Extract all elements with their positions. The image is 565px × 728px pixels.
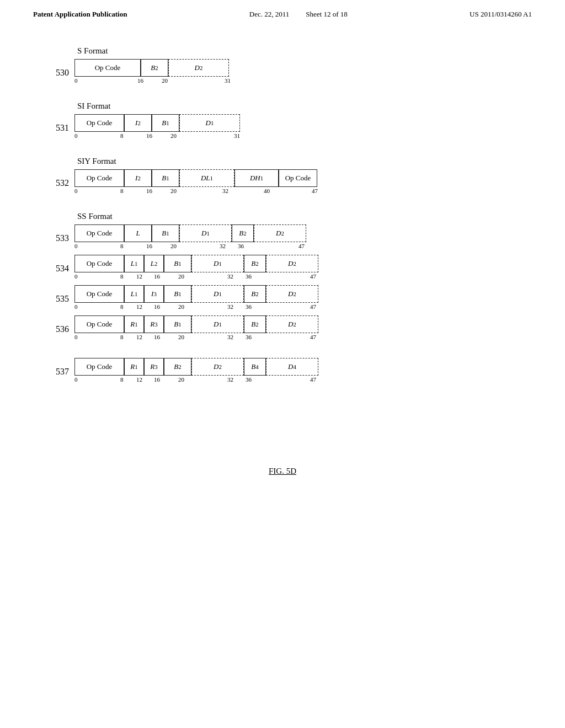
- numbers-530: 0 16 20 31: [74, 77, 229, 86]
- boxes-537: Op Code R1 R3 B2 D2 B4 D4: [74, 358, 318, 376]
- l2-box: L2: [144, 255, 164, 272]
- num-47: 47: [310, 303, 316, 310]
- si-format-title: SI Format: [77, 101, 521, 111]
- d2-box: D2: [168, 59, 229, 77]
- num-20: 20: [178, 273, 184, 280]
- num-32: 32: [220, 243, 226, 249]
- num-32: 32: [227, 334, 233, 340]
- i3-box: I3: [144, 285, 164, 303]
- num-16: 16: [146, 132, 152, 139]
- row-537: 537 Op Code R1 R3 B2 D2 B4 D4 0 8 12 16 …: [44, 358, 521, 385]
- num-12: 12: [136, 303, 142, 310]
- diagram-530: Op Code B2 D2 0 16 20 31: [74, 59, 229, 86]
- num-12: 12: [136, 334, 142, 340]
- num-36: 36: [246, 303, 252, 310]
- d1-box: D1: [191, 255, 244, 272]
- boxes-531: Op Code I2 B1 D1: [74, 114, 240, 132]
- num-20: 20: [170, 132, 177, 139]
- label-533: 533: [44, 233, 74, 243]
- siy-format-section: SIY Format 532 Op Code I2 B1 DL1 DH1 Op …: [44, 157, 521, 196]
- num-0: 0: [74, 273, 78, 280]
- diagram-537: Op Code R1 R3 B2 D2 B4 D4 0 8 12 16 20 3…: [74, 358, 318, 385]
- siy-format-title: SIY Format: [77, 157, 521, 166]
- num-20: 20: [178, 376, 184, 383]
- row-532: 532 Op Code I2 B1 DL1 DH1 Op Code 0 8 16…: [44, 169, 521, 196]
- s-format-section: S Format 530 Op Code B2 D2 0 16 20 31: [44, 46, 521, 86]
- label-530: 530: [44, 68, 74, 78]
- num-0: 0: [74, 188, 78, 194]
- num-20: 20: [170, 243, 177, 249]
- opcode2-box: Op Code: [279, 169, 317, 187]
- num-8: 8: [120, 334, 124, 340]
- diagram-536: Op Code R1 R3 B1 D1 B2 D2 0 8 12 16 20 3…: [74, 315, 318, 342]
- num-47: 47: [312, 188, 318, 194]
- num-20: 20: [162, 77, 168, 84]
- l1-box: L1: [124, 285, 144, 303]
- row-533: 533 Op Code L B1 D1 B2 D2 0 8 16 20 32 3…: [44, 224, 521, 251]
- num-16: 16: [154, 334, 160, 340]
- row-534: 534 Op Code L1 L2 B1 D1 B2 D2 0 8 12 16 …: [44, 255, 521, 282]
- figure-caption: FIG. 5D: [0, 467, 565, 476]
- boxes-530: Op Code B2 D2: [74, 59, 229, 77]
- numbers-534: 0 8 12 16 20 32 36 47: [74, 273, 318, 282]
- main-content: S Format 530 Op Code B2 D2 0 16 20 31 SI…: [0, 24, 565, 422]
- label-535: 535: [44, 294, 74, 304]
- num-16: 16: [137, 77, 143, 84]
- num-31: 31: [234, 132, 240, 139]
- num-0: 0: [74, 77, 78, 84]
- d1-box: D1: [179, 224, 232, 242]
- diagram-532: Op Code I2 B1 DL1 DH1 Op Code 0 8 16 20 …: [74, 169, 317, 196]
- num-36: 36: [238, 243, 244, 249]
- num-16: 16: [154, 273, 160, 280]
- boxes-533: Op Code L B1 D1 B2 D2: [74, 224, 306, 242]
- d2-box: D2: [266, 315, 318, 333]
- diagram-534: Op Code L1 L2 B1 D1 B2 D2 0 8 12 16 20 3…: [74, 255, 318, 282]
- opcode-box: Op Code: [74, 59, 141, 77]
- opcode-box: Op Code: [74, 255, 124, 272]
- opcode-box: Op Code: [74, 285, 124, 303]
- num-16: 16: [154, 303, 160, 310]
- num-32: 32: [222, 188, 228, 194]
- num-36: 36: [246, 376, 252, 383]
- r1-box: R1: [124, 358, 144, 376]
- b1-box: B1: [152, 114, 179, 132]
- row-537-section: 537 Op Code R1 R3 B2 D2 B4 D4 0 8 12 16 …: [44, 358, 521, 385]
- i2-box: I2: [124, 114, 152, 132]
- num-20: 20: [170, 188, 177, 194]
- num-16: 16: [146, 243, 152, 249]
- num-31: 31: [225, 77, 231, 84]
- boxes-534: Op Code L1 L2 B1 D1 B2 D2: [74, 255, 318, 272]
- num-12: 12: [136, 376, 142, 383]
- num-8: 8: [120, 376, 124, 383]
- l1-box: L1: [124, 255, 144, 272]
- si-format-section: SI Format 531 Op Code I2 B1 D1 0 8 16 20…: [44, 101, 521, 141]
- numbers-531: 0 8 16 20 31: [74, 132, 240, 141]
- b4-box: B4: [244, 358, 266, 376]
- r3-box: R3: [144, 315, 164, 333]
- numbers-537: 0 8 12 16 20 32 36 47: [74, 376, 318, 385]
- opcode-box: Op Code: [74, 224, 124, 242]
- num-0: 0: [74, 243, 78, 249]
- d1-box: D1: [179, 114, 240, 132]
- page-header: Patent Application Publication Dec. 22, …: [0, 0, 565, 24]
- num-32: 32: [227, 303, 233, 310]
- dl1-box: DL1: [179, 169, 234, 187]
- boxes-532: Op Code I2 B1 DL1 DH1 Op Code: [74, 169, 317, 187]
- r3-box: R3: [144, 358, 164, 376]
- d1-box: D1: [191, 285, 244, 303]
- header-date: Dec. 22, 2011: [249, 10, 289, 19]
- num-47: 47: [310, 273, 316, 280]
- num-36: 36: [246, 334, 252, 340]
- d1-box: D1: [191, 315, 244, 333]
- label-531: 531: [44, 123, 74, 133]
- d2-box: D2: [254, 224, 306, 242]
- row-531: 531 Op Code I2 B1 D1 0 8 16 20 31: [44, 114, 521, 141]
- num-20: 20: [178, 334, 184, 340]
- num-32: 32: [227, 273, 233, 280]
- num-8: 8: [120, 132, 124, 139]
- r1-box: R1: [124, 315, 144, 333]
- numbers-535: 0 8 12 16 20 32 36 47: [74, 303, 318, 312]
- b2-box: B2: [244, 315, 266, 333]
- num-16: 16: [154, 376, 160, 383]
- d2-box: D2: [266, 285, 318, 303]
